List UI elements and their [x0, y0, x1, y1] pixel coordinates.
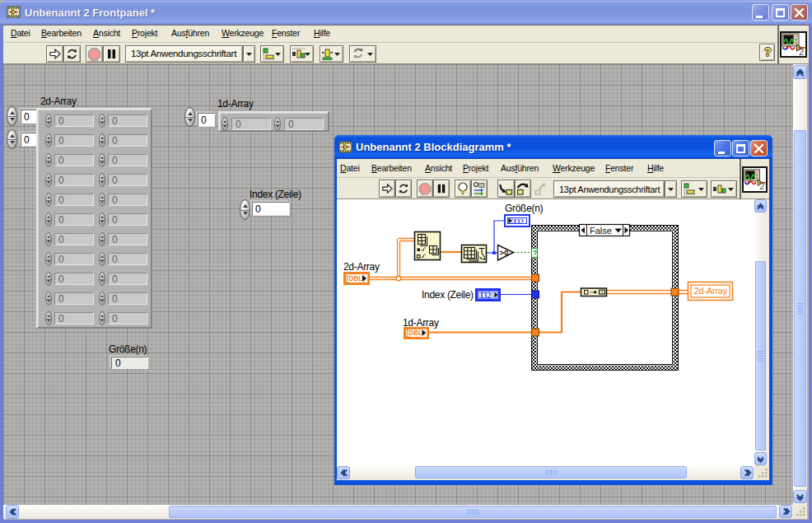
svg-text:>0: >0 — [500, 248, 509, 257]
svg-text:2: 2 — [760, 181, 765, 191]
svg-text:[DBL: [DBL — [407, 329, 423, 337]
svg-text:[DBL: [DBL — [347, 274, 363, 283]
svg-text:I32: I32 — [480, 292, 491, 300]
svg-text:I32: I32 — [514, 217, 525, 226]
svg-text:2d-Array: 2d-Array — [694, 286, 728, 296]
svg-text:False: False — [590, 226, 612, 236]
svg-text:2: 2 — [799, 47, 804, 56]
svg-text:?: ? — [533, 249, 537, 257]
